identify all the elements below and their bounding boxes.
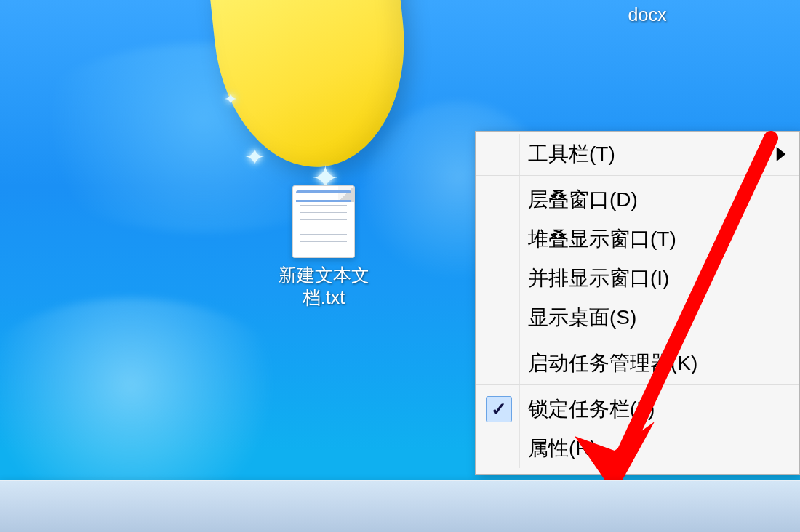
menu-item-cascade-windows[interactable]: 层叠窗口(D) xyxy=(476,180,799,219)
menu-item-task-manager[interactable]: 启动任务管理器(K) xyxy=(476,344,799,385)
menu-item-label: 堆叠显示窗口(T) xyxy=(528,225,676,253)
menu-item-side-by-side-windows[interactable]: 并排显示窗口(I) xyxy=(476,259,799,298)
file-name-text: docx xyxy=(628,4,667,25)
desktop-file-label[interactable]: docx xyxy=(589,4,705,25)
menu-item-lock-taskbar[interactable]: ✓ 锁定任务栏(L) xyxy=(476,390,799,429)
file-name-text: 新建文本文 档.txt xyxy=(269,264,378,310)
desktop-file-txt[interactable]: 新建文本文 档.txt xyxy=(269,185,378,310)
menu-item-label: 显示桌面(S) xyxy=(528,304,636,331)
menu-item-label: 层叠窗口(D) xyxy=(528,186,638,214)
text-file-icon xyxy=(292,185,355,258)
menu-item-stack-windows[interactable]: 堆叠显示窗口(T) xyxy=(476,219,799,259)
menu-item-show-desktop[interactable]: 显示桌面(S) xyxy=(476,298,799,339)
desktop[interactable]: ✦ ✦ ✦ docx 新建文本文 档.txt 工具栏(T) 层叠窗口(D) xyxy=(0,0,800,532)
taskbar[interactable] xyxy=(0,480,800,532)
menu-item-label: 并排显示窗口(I) xyxy=(528,265,669,292)
check-icon: ✓ xyxy=(486,396,512,422)
menu-item-properties[interactable]: 属性(R) xyxy=(476,429,799,468)
menu-item-label: 启动任务管理器(K) xyxy=(528,350,697,377)
submenu-arrow-icon xyxy=(776,143,786,166)
taskbar-context-menu: 工具栏(T) 层叠窗口(D) 堆叠显示窗口(T) 并排显示窗口(I) 显示桌面(… xyxy=(475,131,800,475)
menu-item-label: 锁定任务栏(L) xyxy=(528,395,655,423)
menu-item-label: 工具栏(T) xyxy=(528,140,615,168)
menu-item-toolbars[interactable]: 工具栏(T) xyxy=(476,134,799,176)
menu-item-label: 属性(R) xyxy=(528,435,597,462)
